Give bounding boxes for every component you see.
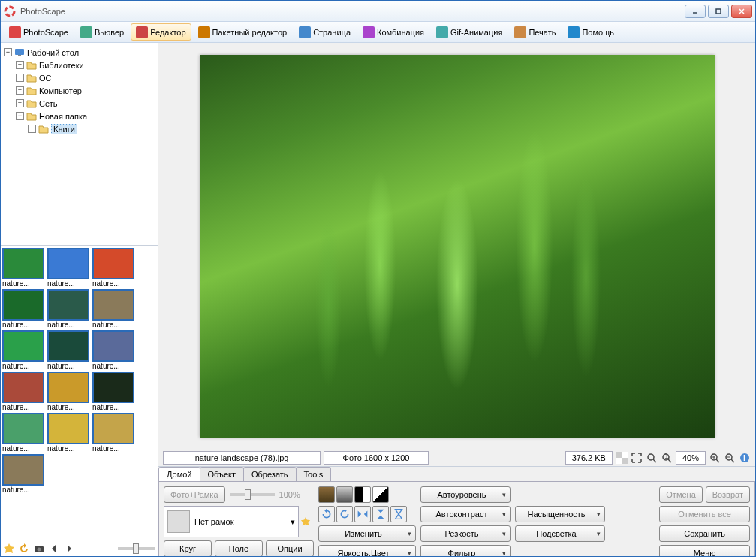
collapse-icon[interactable]: − — [4, 48, 12, 56]
rotate-left-icon[interactable] — [318, 506, 335, 522]
zoom-100-icon[interactable]: 1 — [661, 452, 673, 464]
checker-icon[interactable] — [616, 452, 628, 464]
bw-icon[interactable] — [354, 486, 371, 503]
zoom-in-icon[interactable] — [709, 452, 721, 464]
expand-icon[interactable]: + — [28, 125, 36, 133]
expand-icon[interactable]: + — [16, 86, 24, 95]
toolbar-help[interactable]: Помощь — [562, 23, 619, 41]
toolbar-viewer[interactable]: Вьювер — [75, 23, 129, 41]
toolbar-photoscape[interactable]: PhotoScape — [4, 23, 74, 41]
svg-rect-2 — [716, 9, 721, 14]
expand-icon[interactable]: + — [16, 99, 24, 107]
window-controls — [685, 5, 752, 18]
maximize-button[interactable] — [708, 5, 729, 18]
toolbar-combine[interactable]: Комбинация — [357, 23, 429, 41]
edit-tab[interactable]: Tools — [296, 467, 332, 481]
desktop-icon — [14, 47, 26, 59]
flip-h-icon[interactable] — [354, 506, 371, 522]
action-buttons: Отмена Возврат Отменить все Сохранить Ме… — [659, 486, 750, 556]
gray-icon[interactable] — [336, 486, 353, 503]
minimize-button[interactable] — [685, 5, 706, 18]
zoom-out-icon[interactable] — [724, 452, 736, 464]
thumbnail[interactable]: nature... — [47, 330, 91, 370]
thumbnail[interactable]: nature... — [92, 413, 136, 453]
thumbnail[interactable]: nature... — [47, 289, 91, 329]
toolbar-page[interactable]: Страница — [294, 23, 356, 41]
thumbnail[interactable]: nature... — [2, 413, 46, 453]
refresh-icon[interactable] — [18, 543, 30, 555]
toolbar-print[interactable]: Печать — [509, 23, 561, 41]
star-icon[interactable] — [3, 543, 15, 555]
flip-v-icon[interactable] — [372, 506, 389, 522]
image-canvas[interactable] — [200, 55, 715, 438]
expand-icon[interactable]: + — [16, 74, 24, 82]
menu-button[interactable]: Меню — [659, 545, 750, 556]
hourglass-icon[interactable] — [390, 506, 407, 522]
folder-icon — [26, 110, 38, 122]
tree-item[interactable]: +Сеть — [4, 97, 155, 110]
thumbnail[interactable]: nature... — [92, 248, 136, 288]
thumbnail[interactable]: nature... — [47, 413, 91, 453]
thumbnail[interactable]: nature... — [2, 372, 46, 411]
edit-tab[interactable]: Объект — [200, 467, 244, 481]
tree-item[interactable]: +Книги — [4, 122, 155, 135]
field-button[interactable]: Поле — [215, 540, 263, 556]
edit-tab[interactable]: Домой — [158, 467, 200, 481]
thumbnail[interactable]: nature... — [2, 289, 46, 329]
star-icon[interactable] — [300, 516, 311, 527]
photo-frame-button[interactable]: Фото+Рамка — [164, 486, 225, 503]
prev-icon[interactable] — [48, 543, 60, 555]
thumbnail[interactable]: nature... — [92, 372, 136, 411]
invert-icon[interactable] — [372, 486, 389, 503]
resize-button[interactable]: Изменить — [318, 525, 416, 542]
autocontrast-button[interactable]: Автоконтраст — [420, 506, 511, 522]
bright-color-button[interactable]: Яркость,Цвет — [318, 545, 416, 556]
toolbar-batch[interactable]: Пакетный редактор — [193, 23, 293, 41]
highlight-button[interactable]: Подсветка — [515, 525, 605, 542]
thumbnail[interactable]: nature... — [2, 330, 46, 370]
frame-selector[interactable]: Нет рамок ▾ — [164, 506, 299, 537]
info-icon[interactable]: i — [739, 452, 751, 464]
circle-button[interactable]: Круг — [164, 540, 212, 556]
svg-rect-6 — [18, 55, 21, 56]
tree-item[interactable]: −Новая папка — [4, 110, 155, 122]
sepia-icon[interactable] — [318, 486, 335, 503]
frame-slider[interactable] — [230, 493, 275, 496]
thumbnail[interactable]: nature... — [92, 289, 136, 329]
zoom-fit-icon[interactable] — [646, 452, 658, 464]
undo-button[interactable]: Отмена — [659, 486, 702, 503]
tree-root[interactable]: − Рабочий стол — [4, 46, 155, 59]
close-button[interactable] — [731, 5, 752, 18]
thumbnail[interactable]: nature... — [2, 454, 46, 494]
autolevel-button[interactable]: Автоуровень — [420, 486, 511, 503]
undo-all-button[interactable]: Отменить все — [659, 506, 750, 522]
expand-icon[interactable]: + — [16, 61, 24, 69]
edit-panel: ДомойОбъектОбрезатьTools Фото+Рамка 100% — [158, 466, 755, 556]
fullscreen-icon[interactable] — [631, 452, 643, 464]
expand-icon[interactable]: − — [16, 112, 24, 120]
camera-icon[interactable] — [33, 543, 45, 555]
tree-item[interactable]: +Библиотеки — [4, 59, 155, 71]
folder-icon — [26, 98, 38, 110]
filter-button[interactable]: Фильтр — [420, 545, 511, 556]
app-icon — [4, 5, 16, 17]
color-icons — [318, 486, 416, 503]
thumbnail[interactable]: nature... — [47, 372, 91, 411]
save-button[interactable]: Сохранить — [659, 525, 750, 542]
thumbnail[interactable]: nature... — [2, 248, 46, 288]
tree-item[interactable]: +Компьютер — [4, 84, 155, 97]
main-toolbar: PhotoScapeВьюверРедакторПакетный редакто… — [1, 22, 755, 43]
options-button[interactable]: Опции — [266, 540, 314, 556]
thumbnail[interactable]: nature... — [47, 248, 91, 288]
toolbar-gif[interactable]: Gif-Анимация — [431, 23, 508, 41]
sharpness-button[interactable]: Резкость — [420, 525, 511, 542]
rotate-right-icon[interactable] — [336, 506, 353, 522]
thumbnail[interactable]: nature... — [92, 330, 136, 370]
tree-item[interactable]: +ОС — [4, 71, 155, 84]
edit-tab[interactable]: Обрезать — [243, 467, 297, 481]
next-icon[interactable] — [63, 543, 75, 555]
redo-button[interactable]: Возврат — [706, 486, 750, 503]
saturation-button[interactable]: Насыщенность — [515, 506, 605, 522]
thumb-size-slider[interactable] — [118, 547, 155, 550]
toolbar-editor[interactable]: Редактор — [131, 23, 191, 41]
